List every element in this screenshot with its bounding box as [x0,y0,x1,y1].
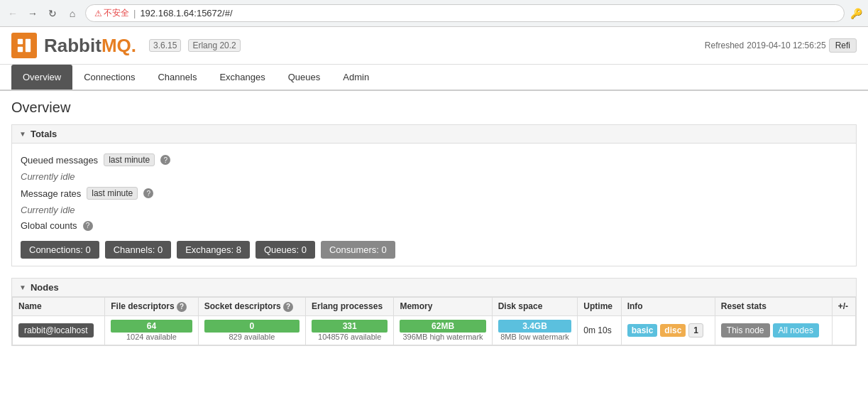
file-descriptors-help-icon[interactable]: ? [177,302,187,312]
disk-space-sub: 8MB low watermark [498,333,572,341]
address-separator: | [133,8,136,18]
info-cell: basic disc 1 [621,315,715,345]
count-buttons: Connections: 0 Channels: 0 Exchanges: 8 … [21,241,847,259]
file-descriptors-sub: 1024 available [111,333,192,341]
currently-idle-2: Currently idle [21,202,847,217]
message-rates-label: Message rates [21,188,81,199]
tab-admin[interactable]: Admin [331,65,380,90]
totals-section: ▼ Totals Queued messages last minute ? C… [11,124,857,266]
global-counts-row: Global counts ? [21,217,847,234]
global-counts-help[interactable]: ? [83,221,93,231]
security-warning: ⚠ 不安全 [94,7,129,19]
refresh-button[interactable]: Refi [829,38,857,53]
consumers-count-button[interactable]: Consumers: 0 [321,241,395,259]
col-reset-stats: Reset stats [715,298,832,316]
tab-queues[interactable]: Queues [277,65,332,90]
erlang-processes-bar: 331 [312,320,388,333]
nodes-section: ▼ Nodes Name File descriptors ? Socket d… [11,278,857,346]
col-name: Name [13,298,105,316]
global-counts-label: Global counts [21,220,77,231]
socket-descriptors-cell: 0 829 available [198,315,305,345]
tab-exchanges[interactable]: Exchanges [208,65,276,90]
erlang-badge: Erlang 20.2 [188,39,240,52]
totals-section-title: Totals [31,129,57,139]
reload-button[interactable]: ↻ [45,6,60,21]
table-row: rabbit@localhost 64 1024 available 0 829… [13,315,856,345]
queued-messages-badge[interactable]: last minute [104,153,155,166]
file-descriptors-bar: 64 [111,320,192,333]
queued-messages-row: Queued messages last minute ? [21,151,847,169]
app-header: RabbitMQ. 3.6.15 Erlang 20.2 Refreshed 2… [0,27,868,65]
info-badges: basic disc 1 [627,323,709,338]
tab-channels[interactable]: Channels [146,65,208,90]
col-socket-descriptors: Socket descriptors ? [198,298,305,316]
version-badge: 3.6.15 [149,39,181,52]
logo-text: RabbitMQ. [44,35,136,57]
erlang-processes-cell: 331 1048576 available [306,315,394,345]
logo-version: 3.6.15 Erlang 20.2 [149,39,241,52]
message-rates-row: Message rates last minute ? [21,184,847,202]
browser-chrome: ← → ↻ ⌂ ⚠ 不安全 | 192.168.1.64:15672/#/ 🔑 [0,0,868,27]
refresh-label: Refreshed [705,40,744,50]
info-basic-badge: basic [627,324,658,337]
connections-count-button[interactable]: Connections: 0 [21,241,99,259]
queues-count-button[interactable]: Queues: 0 [256,241,315,259]
memory-bar: 62MB [400,320,485,333]
this-node-button[interactable]: This node [721,323,770,338]
svg-rect-2 [26,39,31,52]
queued-messages-help[interactable]: ? [160,155,170,165]
col-plus-minus: +/- [832,298,855,316]
socket-descriptors-sub: 829 available [204,333,300,341]
uptime-cell: 0m 10s [578,315,621,345]
totals-section-body: Queued messages last minute ? Currently … [11,144,857,266]
memory-sub: 396MB high watermark [400,333,485,341]
back-button[interactable]: ← [6,6,20,21]
refresh-time: 2019-04-10 12:56:25 [747,40,825,50]
home-button[interactable]: ⌂ [65,6,79,21]
info-disc-badge: disc [660,324,686,337]
disk-space-bar: 3.4GB [498,320,572,333]
all-nodes-button[interactable]: All nodes [773,323,819,338]
nodes-arrow-icon: ▼ [19,284,26,291]
svg-rect-0 [18,39,23,44]
address-bar[interactable]: ⚠ 不安全 | 192.168.1.64:15672/#/ [85,4,845,22]
erlang-processes-sub: 1048576 available [312,333,388,341]
message-rates-help[interactable]: ? [143,188,153,198]
refresh-info: Refreshed 2019-04-10 12:56:25 Refi [705,38,857,53]
page-title: Overview [11,99,857,116]
file-descriptors-cell: 64 1024 available [105,315,198,345]
socket-descriptors-help-icon[interactable]: ? [283,302,293,312]
reset-stats-buttons: This node All nodes [721,323,826,338]
col-file-descriptors: File descriptors ? [105,298,198,316]
address-url: 192.168.1.64:15672/#/ [140,8,232,18]
col-info: Info [621,298,715,316]
tab-overview[interactable]: Overview [11,65,72,90]
nodes-section-title: Nodes [31,282,59,293]
nav-tabs: Overview Connections Channels Exchanges … [0,65,868,91]
tab-connections[interactable]: Connections [72,65,146,90]
queued-messages-label: Queued messages [21,155,98,166]
channels-count-button[interactable]: Channels: 0 [105,241,171,259]
key-icon[interactable]: 🔑 [850,8,862,19]
nodes-section-body: Name File descriptors ? Socket descripto… [11,297,857,346]
svg-rect-1 [18,47,23,52]
plus-minus-cell [832,315,855,345]
totals-section-header[interactable]: ▼ Totals [11,124,857,144]
socket-descriptors-bar: 0 [204,320,300,333]
col-uptime: Uptime [578,298,621,316]
info-number-badge: 1 [688,323,703,338]
forward-button[interactable]: → [26,6,40,21]
node-name-badge: rabbit@localhost [18,323,94,338]
logo-icon [11,33,37,58]
totals-arrow-icon: ▼ [19,130,26,138]
nodes-section-header[interactable]: ▼ Nodes [11,278,857,297]
nodes-table: Name File descriptors ? Socket descripto… [12,297,856,345]
disk-space-cell: 3.4GB 8MB low watermark [492,315,578,345]
col-erlang-processes: Erlang processes [306,298,394,316]
message-rates-badge[interactable]: last minute [87,187,138,200]
currently-idle-1: Currently idle [21,169,847,184]
logo-area: RabbitMQ. 3.6.15 Erlang 20.2 [11,33,241,58]
main-content: Overview ▼ Totals Queued messages last m… [0,91,868,366]
node-name-cell: rabbit@localhost [13,315,105,345]
exchanges-count-button[interactable]: Exchanges: 8 [177,241,250,259]
